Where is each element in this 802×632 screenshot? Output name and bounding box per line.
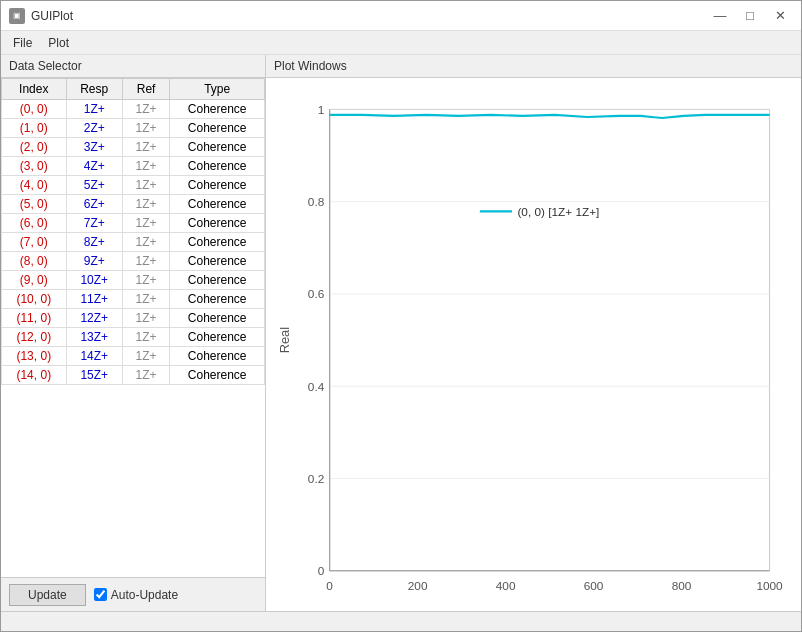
cell-ref: 1Z+ bbox=[122, 328, 170, 347]
menu-file[interactable]: File bbox=[5, 34, 40, 52]
table-row[interactable]: (4, 0) 5Z+ 1Z+ Coherence bbox=[2, 176, 265, 195]
table-row[interactable]: (2, 0) 3Z+ 1Z+ Coherence bbox=[2, 138, 265, 157]
cell-resp: 4Z+ bbox=[66, 157, 122, 176]
cell-ref: 1Z+ bbox=[122, 271, 170, 290]
y-tick-1: 1 bbox=[318, 103, 325, 117]
cell-ref: 1Z+ bbox=[122, 347, 170, 366]
cell-resp: 3Z+ bbox=[66, 138, 122, 157]
cell-ref: 1Z+ bbox=[122, 252, 170, 271]
cell-type: Coherence bbox=[170, 347, 265, 366]
chart-svg: 1 0.8 0.6 0.4 0.2 0 0 200 400 600 800 10… bbox=[276, 88, 791, 611]
y-tick-3: 0.6 bbox=[308, 287, 325, 301]
cell-resp: 15Z+ bbox=[66, 366, 122, 385]
plot-area: 1 0.8 0.6 0.4 0.2 0 0 200 400 600 800 10… bbox=[266, 78, 801, 611]
maximize-button[interactable]: □ bbox=[737, 6, 763, 26]
cell-ref: 1Z+ bbox=[122, 138, 170, 157]
cell-type: Coherence bbox=[170, 309, 265, 328]
x-tick-800: 800 bbox=[672, 579, 692, 593]
cell-resp: 14Z+ bbox=[66, 347, 122, 366]
update-button[interactable]: Update bbox=[9, 584, 86, 606]
table-row[interactable]: (8, 0) 9Z+ 1Z+ Coherence bbox=[2, 252, 265, 271]
cell-ref: 1Z+ bbox=[122, 366, 170, 385]
y-tick-2: 0.8 bbox=[308, 195, 325, 209]
cell-index: (2, 0) bbox=[2, 138, 67, 157]
cell-type: Coherence bbox=[170, 290, 265, 309]
cell-resp: 9Z+ bbox=[66, 252, 122, 271]
cell-ref: 1Z+ bbox=[122, 214, 170, 233]
cell-index: (13, 0) bbox=[2, 347, 67, 366]
x-tick-1000: 1000 bbox=[756, 579, 783, 593]
table-row[interactable]: (9, 0) 10Z+ 1Z+ Coherence bbox=[2, 271, 265, 290]
cell-ref: 1Z+ bbox=[122, 233, 170, 252]
table-row[interactable]: (3, 0) 4Z+ 1Z+ Coherence bbox=[2, 157, 265, 176]
legend-label: (0, 0) [1Z+ 1Z+] bbox=[517, 205, 599, 219]
left-panel: Data Selector Index Resp Ref Type bbox=[1, 55, 266, 611]
table-row[interactable]: (0, 0) 1Z+ 1Z+ Coherence bbox=[2, 100, 265, 119]
data-selector-header: Data Selector bbox=[1, 55, 265, 78]
cell-index: (9, 0) bbox=[2, 271, 67, 290]
col-header-index: Index bbox=[2, 79, 67, 100]
menu-plot[interactable]: Plot bbox=[40, 34, 77, 52]
table-row[interactable]: (5, 0) 6Z+ 1Z+ Coherence bbox=[2, 195, 265, 214]
table-row[interactable]: (11, 0) 12Z+ 1Z+ Coherence bbox=[2, 309, 265, 328]
cell-index: (8, 0) bbox=[2, 252, 67, 271]
col-header-type: Type bbox=[170, 79, 265, 100]
cell-index: (14, 0) bbox=[2, 366, 67, 385]
cell-resp: 7Z+ bbox=[66, 214, 122, 233]
col-header-ref: Ref bbox=[122, 79, 170, 100]
table-row[interactable]: (10, 0) 11Z+ 1Z+ Coherence bbox=[2, 290, 265, 309]
x-tick-400: 400 bbox=[496, 579, 516, 593]
cell-index: (7, 0) bbox=[2, 233, 67, 252]
table-row[interactable]: (13, 0) 14Z+ 1Z+ Coherence bbox=[2, 347, 265, 366]
title-bar-left: ▣ GUIPlot bbox=[9, 8, 73, 24]
cell-ref: 1Z+ bbox=[122, 290, 170, 309]
table-row[interactable]: (1, 0) 2Z+ 1Z+ Coherence bbox=[2, 119, 265, 138]
cell-resp: 11Z+ bbox=[66, 290, 122, 309]
cell-type: Coherence bbox=[170, 366, 265, 385]
cell-resp: 5Z+ bbox=[66, 176, 122, 195]
cell-resp: 6Z+ bbox=[66, 195, 122, 214]
cell-type: Coherence bbox=[170, 252, 265, 271]
auto-update-label[interactable]: Auto-Update bbox=[94, 588, 178, 602]
cell-type: Coherence bbox=[170, 328, 265, 347]
title-bar: ▣ GUIPlot — □ ✕ bbox=[1, 1, 801, 31]
x-tick-200: 200 bbox=[408, 579, 428, 593]
close-button[interactable]: ✕ bbox=[767, 6, 793, 26]
chart-background bbox=[330, 109, 770, 570]
cell-index: (10, 0) bbox=[2, 290, 67, 309]
y-tick-4: 0.4 bbox=[308, 380, 325, 394]
table-row[interactable]: (14, 0) 15Z+ 1Z+ Coherence bbox=[2, 366, 265, 385]
cell-resp: 12Z+ bbox=[66, 309, 122, 328]
cell-type: Coherence bbox=[170, 119, 265, 138]
x-tick-600: 600 bbox=[584, 579, 604, 593]
bottom-panel: Update Auto-Update bbox=[1, 577, 265, 611]
cell-ref: 1Z+ bbox=[122, 195, 170, 214]
cell-index: (1, 0) bbox=[2, 119, 67, 138]
auto-update-checkbox[interactable] bbox=[94, 588, 107, 601]
table-row[interactable]: (7, 0) 8Z+ 1Z+ Coherence bbox=[2, 233, 265, 252]
window-title: GUIPlot bbox=[31, 9, 73, 23]
table-row[interactable]: (6, 0) 7Z+ 1Z+ Coherence bbox=[2, 214, 265, 233]
table-header-row: Index Resp Ref Type bbox=[2, 79, 265, 100]
cell-resp: 2Z+ bbox=[66, 119, 122, 138]
col-header-resp: Resp bbox=[66, 79, 122, 100]
plot-header: Plot Windows bbox=[266, 55, 801, 78]
table-wrapper[interactable]: Index Resp Ref Type (0, 0) 1Z+ 1Z+ Coher… bbox=[1, 78, 265, 577]
auto-update-text: Auto-Update bbox=[111, 588, 178, 602]
cell-ref: 1Z+ bbox=[122, 119, 170, 138]
table-row[interactable]: (12, 0) 13Z+ 1Z+ Coherence bbox=[2, 328, 265, 347]
content-area: Data Selector Index Resp Ref Type bbox=[1, 55, 801, 611]
cell-index: (4, 0) bbox=[2, 176, 67, 195]
cell-index: (12, 0) bbox=[2, 328, 67, 347]
cell-ref: 1Z+ bbox=[122, 157, 170, 176]
cell-resp: 13Z+ bbox=[66, 328, 122, 347]
cell-index: (6, 0) bbox=[2, 214, 67, 233]
y-tick-6: 0 bbox=[318, 564, 325, 578]
cell-resp: 10Z+ bbox=[66, 271, 122, 290]
minimize-button[interactable]: — bbox=[707, 6, 733, 26]
cell-type: Coherence bbox=[170, 138, 265, 157]
cell-type: Coherence bbox=[170, 233, 265, 252]
cell-ref: 1Z+ bbox=[122, 176, 170, 195]
cell-type: Coherence bbox=[170, 100, 265, 119]
x-tick-0: 0 bbox=[326, 579, 333, 593]
